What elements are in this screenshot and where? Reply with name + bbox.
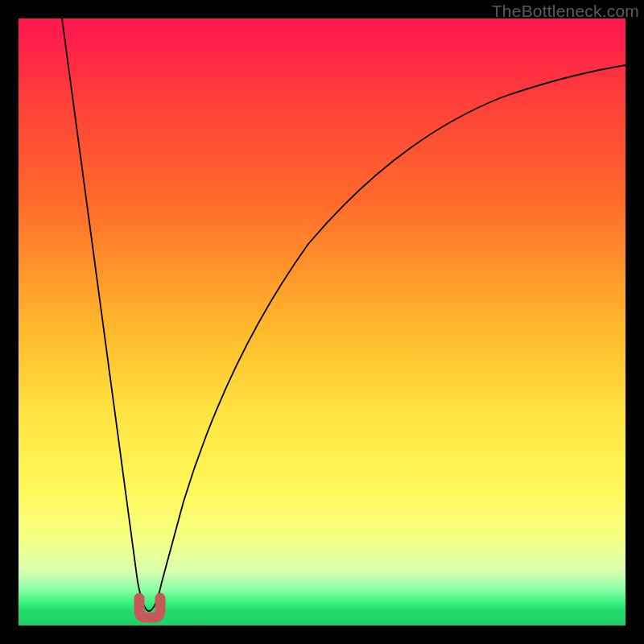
plot-area bbox=[19, 19, 625, 625]
curve-layer bbox=[19, 19, 625, 625]
bottleneck-curve bbox=[62, 19, 625, 611]
chart-stage: TheBottleneck.com bbox=[0, 0, 644, 644]
watermark-text: TheBottleneck.com bbox=[492, 2, 639, 21]
minimum-marker bbox=[139, 598, 160, 617]
